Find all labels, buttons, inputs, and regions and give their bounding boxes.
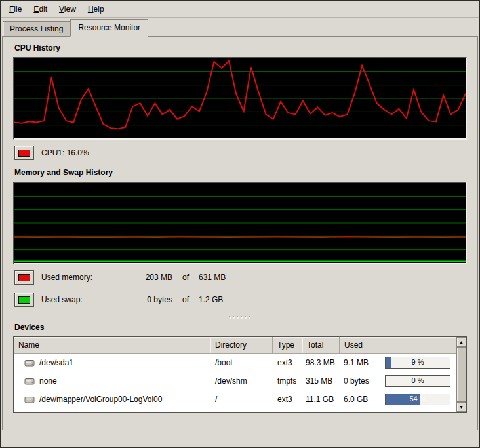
memory-total-value: 631 MB: [199, 273, 226, 282]
device-type: ext3: [273, 395, 302, 404]
memory-used-value: 203 MB: [125, 273, 172, 282]
device-name: /dev/mapper/VolGroup00-LogVol00: [39, 395, 162, 404]
usage-progress-bar: 54 %: [385, 394, 450, 405]
device-used: 6.0 GB: [344, 395, 368, 404]
scrollbar-thumb[interactable]: [456, 347, 466, 402]
scroll-up-arrow-icon[interactable]: ▲: [456, 337, 466, 347]
cpu-legend: CPU1: 16.0%: [14, 146, 467, 160]
device-name-cell: none: [14, 377, 210, 386]
device-used-cell: 9.1 MB9 %: [340, 357, 456, 369]
memory-legend: Used memory: 203 MB of 631 MB: [14, 270, 467, 285]
device-name: none: [39, 377, 57, 386]
device-type: ext3: [273, 358, 302, 367]
device-total: 315 MB: [302, 377, 340, 386]
tab-resource-monitor[interactable]: Resource Monitor: [70, 19, 148, 37]
devices-table-body: /dev/sda1/bootext398.3 MB9.1 MB9 %none/d…: [14, 354, 456, 412]
menu-help[interactable]: Help: [82, 2, 110, 16]
device-name-cell: /dev/mapper/VolGroup00-LogVol00: [14, 395, 210, 404]
swap-used-value: 0 bytes: [125, 295, 172, 304]
notebook-tabs: Process Listing Resource Monitor: [1, 18, 479, 36]
pane-resize-grip[interactable]: [229, 315, 251, 320]
device-total: 98.3 MB: [302, 358, 340, 367]
status-bar: [3, 434, 477, 445]
swap-total-value: 1.2 GB: [199, 295, 223, 304]
device-total: 11.1 GB: [302, 395, 340, 404]
memory-swap-history-title: Memory and Swap History: [14, 168, 467, 177]
cpu-legend-swatch-frame: [14, 146, 34, 160]
cpu-color-swatch: [18, 150, 30, 157]
devices-title: Devices: [14, 323, 467, 332]
resource-monitor-panel: CPU History CPU1: 16.0% Memory and Swap …: [2, 36, 478, 430]
usage-progress-bar: 0 %: [385, 375, 450, 387]
memory-swap-graph: [13, 182, 467, 264]
cpu-history-title: CPU History: [14, 43, 467, 52]
menubar: File Edit View Help: [1, 1, 479, 18]
device-used: 9.1 MB: [344, 358, 369, 367]
device-row[interactable]: /dev/sda1/bootext398.3 MB9.1 MB9 %: [14, 354, 456, 372]
devices-table-frame: Name Directory Type Total Used /dev/sda1…: [13, 336, 467, 413]
device-used-cell: 0 bytes0 %: [340, 375, 456, 387]
drive-icon: [24, 396, 35, 404]
menu-edit[interactable]: Edit: [28, 2, 53, 16]
scroll-down-arrow-icon[interactable]: ▼: [456, 402, 466, 412]
cpu-history-chart: [14, 58, 466, 138]
vertical-scrollbar[interactable]: ▲ ▼: [456, 337, 466, 412]
devices-table-header: Name Directory Type Total Used: [14, 337, 456, 354]
usage-percent-label: 54 %: [386, 395, 450, 403]
device-directory: /boot: [210, 358, 273, 367]
column-header-directory[interactable]: Directory: [210, 337, 273, 354]
menu-file[interactable]: File: [3, 2, 28, 16]
system-monitor-window: File Edit View Help Process Listing Reso…: [0, 0, 480, 448]
usage-percent-label: 0 %: [386, 377, 450, 384]
drive-icon: [24, 359, 35, 367]
swap-legend: Used swap: 0 bytes of 1.2 GB: [14, 293, 467, 307]
column-header-name[interactable]: Name: [14, 337, 210, 354]
device-type: tmpfs: [273, 377, 302, 386]
column-header-type[interactable]: Type: [273, 337, 302, 354]
device-used: 0 bytes: [344, 377, 369, 386]
device-directory: /: [210, 395, 273, 404]
cpu-history-graph: [13, 57, 467, 140]
device-row[interactable]: /dev/mapper/VolGroup00-LogVol00/ext311.1…: [14, 390, 456, 409]
swap-of-text: of: [172, 295, 199, 304]
device-used-cell: 6.0 GB54 %: [340, 394, 456, 405]
memory-of-text: of: [172, 273, 199, 282]
drive-icon: [24, 377, 35, 386]
device-directory: /dev/shm: [210, 377, 273, 386]
memory-legend-label: Used memory:: [41, 273, 125, 282]
menu-view[interactable]: View: [53, 2, 82, 16]
column-header-used[interactable]: Used: [340, 337, 456, 354]
cpu-legend-label: CPU1: 16.0%: [41, 148, 89, 157]
memory-legend-swatch-frame: [14, 270, 34, 285]
devices-table: Name Directory Type Total Used /dev/sda1…: [14, 337, 456, 412]
usage-progress-bar: 9 %: [385, 357, 450, 369]
memory-swap-chart: [14, 183, 466, 263]
device-name: /dev/sda1: [39, 358, 73, 367]
memory-color-swatch: [18, 274, 30, 281]
tab-process-listing[interactable]: Process Listing: [3, 21, 70, 36]
usage-percent-label: 9 %: [386, 358, 450, 366]
device-name-cell: /dev/sda1: [14, 358, 210, 367]
swap-color-swatch: [18, 296, 30, 304]
device-row[interactable]: none/dev/shmtmpfs315 MB0 bytes0 %: [14, 372, 456, 390]
column-header-total[interactable]: Total: [302, 337, 340, 354]
swap-legend-label: Used swap:: [41, 295, 125, 304]
swap-legend-swatch-frame: [14, 293, 34, 307]
